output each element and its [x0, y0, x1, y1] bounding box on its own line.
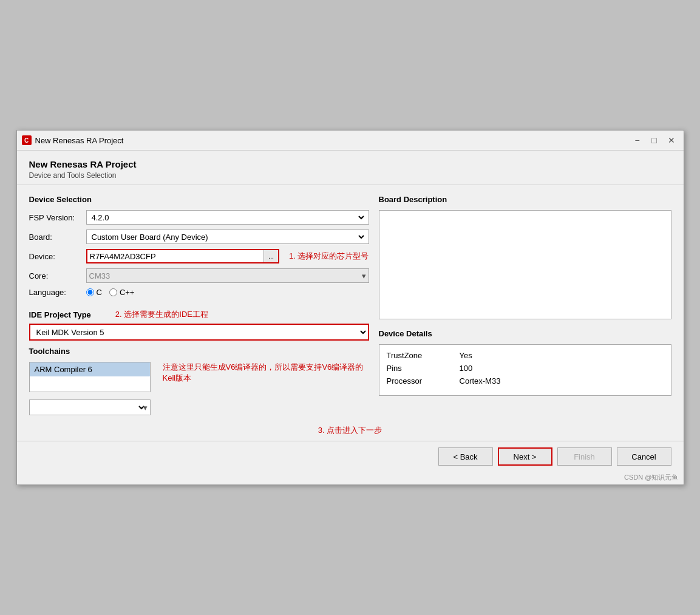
language-label: Language:	[29, 288, 84, 297]
pins-key: Pins	[387, 364, 435, 373]
board-label: Board:	[29, 233, 84, 242]
window-header: New Renesas RA Project Device and Tools …	[17, 151, 684, 185]
minimize-button[interactable]: −	[630, 134, 645, 146]
next-button[interactable]: Next >	[498, 447, 552, 466]
pins-value: 100	[460, 364, 473, 373]
device-details-box: TrustZone Yes Pins 100 Processor Cortex-…	[379, 344, 671, 396]
close-button[interactable]: ✕	[664, 134, 679, 146]
main-window: C New Renesas RA Project − □ ✕ New Renes…	[16, 130, 684, 485]
fsp-dropdown[interactable]: 4.2.0	[86, 210, 369, 225]
toolchain-version-dropdown[interactable]: ▾	[29, 399, 151, 415]
language-cpp-option[interactable]: C++	[109, 288, 135, 297]
device-details-title: Device Details	[379, 329, 671, 338]
fsp-version-row: FSP Version: 4.2.0	[29, 210, 369, 225]
ide-dropdown-wrap[interactable]: Keil MDK Version 5 IAR EWARM e2 studio	[29, 324, 369, 341]
processor-value: Cortex-M33	[460, 376, 501, 386]
trustzone-key: TrustZone	[387, 351, 435, 360]
toolchain-annotation: 注意这里只能生成V6编译器的，所以需要支持V6编译器的Keil版本	[163, 362, 369, 384]
dialog-title: New Renesas RA Project	[29, 159, 671, 169]
maximize-button[interactable]: □	[647, 134, 662, 146]
device-input[interactable]	[87, 252, 264, 261]
toolchains-title: Toolchains	[29, 347, 369, 356]
toolchain-item-arm[interactable]: ARM Compiler 6	[30, 362, 150, 376]
toolchains-section: Toolchains ARM Compiler 6 注意这里只能生成V6编译器的…	[29, 347, 369, 415]
board-select[interactable]: Custom User Board (Any Device)	[89, 230, 366, 243]
finish-button[interactable]: Finish	[557, 447, 612, 466]
ide-select[interactable]: Keil MDK Version 5 IAR EWARM e2 studio	[30, 327, 368, 338]
language-cpp-radio[interactable]	[109, 288, 117, 296]
language-c-option[interactable]: C	[86, 288, 102, 297]
fsp-select[interactable]: 4.2.0	[89, 211, 366, 224]
window-title: New Renesas RA Project	[35, 136, 627, 145]
step1-annotation: 1. 选择对应的芯片型号	[289, 251, 369, 262]
trustzone-value: Yes	[460, 351, 472, 360]
processor-key: Processor	[387, 376, 435, 386]
detail-row-processor: Processor Cortex-M33	[387, 376, 664, 386]
watermark: CSDN @知识元鱼	[17, 472, 684, 484]
language-radio-group: C C++	[86, 288, 135, 297]
toolchain-dropdown-arrow: ▾	[143, 403, 148, 412]
board-desc-title: Board Description	[379, 195, 671, 204]
ide-section: IDE Project Type 2. 选择需要生成的IDE工程 Keil MD…	[29, 309, 369, 341]
board-row: Board: Custom User Board (Any Device)	[29, 229, 369, 244]
right-panel: Board Description Device Details TrustZo…	[379, 195, 671, 415]
toolchains-list: ARM Compiler 6	[29, 362, 151, 392]
board-dropdown[interactable]: Custom User Board (Any Device)	[86, 229, 369, 244]
window-body: Device Selection FSP Version: 4.2.0 Boar…	[17, 185, 684, 425]
window-footer: < Back Next > Finish Cancel	[17, 441, 684, 472]
step3-annotation: 3. 点击进入下一步	[17, 425, 684, 436]
device-selection-title: Device Selection	[29, 195, 369, 204]
core-label: Core:	[29, 271, 84, 280]
core-field: CM33 ▾	[86, 268, 369, 283]
device-row: Device: ... 1. 选择对应的芯片型号	[29, 249, 369, 263]
title-bar: C New Renesas RA Project − □ ✕	[17, 131, 684, 151]
device-field: ...	[86, 249, 280, 263]
ide-section-title: IDE Project Type	[29, 310, 91, 319]
detail-row-trustzone: TrustZone Yes	[387, 351, 664, 360]
app-icon: C	[22, 135, 32, 145]
fsp-label: FSP Version:	[29, 213, 84, 222]
core-dropdown-arrow: ▾	[362, 271, 366, 280]
back-button[interactable]: < Back	[438, 447, 493, 466]
language-row: Language: C C++	[29, 288, 369, 297]
cancel-button[interactable]: Cancel	[617, 447, 671, 466]
board-description-box	[379, 210, 671, 319]
window-controls: − □ ✕	[630, 134, 679, 146]
left-panel: Device Selection FSP Version: 4.2.0 Boar…	[29, 195, 369, 415]
dialog-subtitle: Device and Tools Selection	[29, 171, 671, 180]
language-cpp-label: C++	[120, 288, 135, 297]
step2-annotation: 2. 选择需要生成的IDE工程	[115, 309, 208, 320]
language-c-radio[interactable]	[86, 288, 94, 296]
language-c-label: C	[97, 288, 102, 297]
device-browse-button[interactable]: ...	[263, 250, 278, 262]
core-row: Core: CM33 ▾	[29, 268, 369, 283]
detail-row-pins: Pins 100	[387, 364, 664, 373]
toolchain-version-select[interactable]	[33, 403, 146, 413]
device-label: Device:	[29, 252, 84, 261]
